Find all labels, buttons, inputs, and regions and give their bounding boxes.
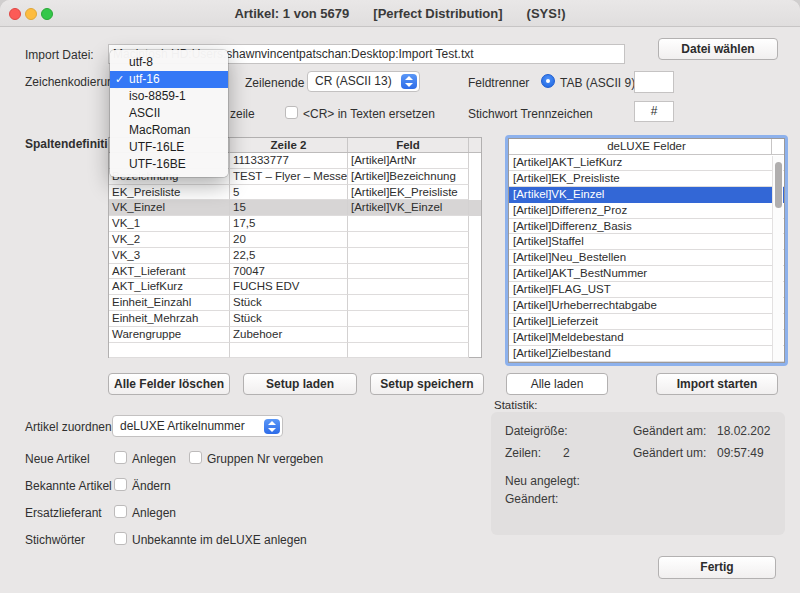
menu-item[interactable]: MacRoman	[110, 122, 228, 139]
cell-zeile1[interactable]: VK_1	[109, 216, 230, 232]
cell-zeile1[interactable]: Warengruppe	[109, 327, 230, 343]
cell-zeile1[interactable]: AKT_LiefKurz	[109, 279, 230, 295]
cell-zeile2[interactable]: Zubehoer	[230, 327, 348, 343]
assign-group-number-label: Gruppen Nr vergeben	[207, 452, 323, 466]
cell-feld[interactable]	[348, 232, 469, 248]
list-item[interactable]: [Artikel]Meldebestand	[509, 330, 784, 346]
keywords-create-unknown-checkbox[interactable]	[114, 532, 127, 545]
cell-zeile1[interactable]: AKT_Lieferant	[109, 264, 230, 280]
cell-feld[interactable]	[348, 295, 469, 311]
cell-zeile1[interactable]	[109, 343, 230, 359]
save-setup-button[interactable]: Setup speichern	[370, 373, 484, 395]
cell-zeile2[interactable]: FUCHS EDV	[230, 279, 348, 295]
list-item[interactable]: [Artikel]Differenz_Proz	[509, 203, 784, 219]
cell-zeile2[interactable]: 111333777	[230, 153, 348, 169]
cell-feld[interactable]	[348, 248, 469, 264]
cell-feld[interactable]: [Artikel]VK_Einzel	[348, 200, 469, 216]
cell-feld[interactable]	[348, 311, 469, 327]
cell-zeile1[interactable]: VK_Einzel	[109, 200, 230, 216]
tab-radio-label: TAB (ASCII 9)	[560, 76, 635, 90]
new-articles-create-checkbox[interactable]	[114, 451, 127, 464]
cr-replace-checkbox[interactable]	[285, 106, 298, 119]
cell-zeile2[interactable]: 70047	[230, 264, 348, 280]
list-item[interactable]: [Artikel]Zielbestand	[509, 346, 784, 362]
changed-time-label: Geändert um:	[633, 446, 706, 460]
list-item[interactable]: [Artikel]AKT_BestNummer	[509, 266, 784, 282]
lines-value: 2	[563, 446, 570, 460]
menu-item[interactable]: UTF-16BE	[110, 156, 228, 173]
known-articles-change-checkbox[interactable]	[114, 478, 127, 491]
cell-zeile1[interactable]: VK_3	[109, 248, 230, 264]
field-separator-input[interactable]	[634, 71, 674, 93]
cell-feld[interactable]	[348, 279, 469, 295]
assign-article-popup[interactable]: deLUXE Artikelnummer	[112, 415, 283, 437]
scrollbar-thumb[interactable]	[775, 162, 782, 208]
list-item[interactable]: [Artikel]FLAG_UST	[509, 282, 784, 298]
table-row[interactable]: VK_322,5	[109, 248, 481, 264]
cell-zeile2[interactable]: Stück	[230, 311, 348, 327]
list-item[interactable]: [Artikel]Neu_Bestellen	[509, 250, 784, 266]
table-row[interactable]: VK_117,5	[109, 216, 481, 232]
list-item[interactable]: [Artikel]EK_Preisliste	[509, 171, 784, 187]
menu-item[interactable]: ASCII	[110, 105, 228, 122]
cell-feld[interactable]: [Artikel]Bezeichnung	[348, 169, 469, 185]
cell-feld[interactable]: [Artikel]EK_Preisliste	[348, 185, 469, 201]
cell-feld[interactable]	[348, 343, 469, 359]
load-setup-button[interactable]: Setup laden	[243, 373, 357, 395]
list-item[interactable]: [Artikel]Lieferzeit	[509, 314, 784, 330]
table-row[interactable]: VK_220	[109, 232, 481, 248]
table-row[interactable]: WarengruppeZubehoer	[109, 327, 481, 343]
table-row[interactable]: AKT_Lieferant70047	[109, 264, 481, 280]
start-import-button[interactable]: Import starten	[656, 373, 778, 395]
table-row[interactable]: Einheit_MehrzahStück	[109, 311, 481, 327]
list-item[interactable]: [Artikel]AKT_LiefKurz	[509, 155, 784, 171]
list-item-selected[interactable]: [Artikel]VK_Einzel	[509, 187, 784, 203]
known-articles-label: Bekannte Artikel	[25, 479, 112, 493]
table-row[interactable]	[109, 343, 481, 359]
window-title: Artikel: 1 von 5679[Perfect Distribution…	[0, 6, 800, 21]
list-item[interactable]: [Artikel]Urheberrechtabgabe	[509, 298, 784, 314]
list-item[interactable]: [Artikel]Staffel	[509, 234, 784, 250]
cell-feld[interactable]	[348, 264, 469, 280]
cell-feld[interactable]	[348, 216, 469, 232]
choose-file-button[interactable]: Datei wählen	[658, 38, 778, 60]
menu-item-selected[interactable]: ✓utf-16	[110, 71, 228, 88]
cell-zeile1[interactable]: EK_Preisliste	[109, 185, 230, 201]
menu-item[interactable]: utf-8	[110, 54, 228, 71]
new-articles-create-label: Anlegen	[132, 452, 176, 466]
tab-radio[interactable]	[541, 74, 555, 88]
table-row[interactable]: AKT_LiefKurzFUCHS EDV	[109, 279, 481, 295]
field-separator-label: Feldtrenner	[468, 76, 529, 90]
list-item[interactable]: [Artikel]Differenz_Basis	[509, 219, 784, 235]
scrollbar[interactable]	[772, 156, 783, 361]
table-row-selected[interactable]: VK_Einzel15[Artikel]VK_Einzel	[109, 200, 481, 216]
cell-zeile1[interactable]: Einheit_Mehrzah	[109, 311, 230, 327]
scroll-gutter	[469, 153, 481, 169]
menu-item[interactable]: iso-8859-1	[110, 88, 228, 105]
cell-zeile2[interactable]: 20	[230, 232, 348, 248]
cell-feld[interactable]	[348, 327, 469, 343]
menu-item[interactable]: UTF-16LE	[110, 139, 228, 156]
keyword-separator-input[interactable]: #	[634, 101, 674, 122]
cell-zeile2[interactable]: TEST – Flyer – Messe	[230, 169, 348, 185]
cell-zeile2[interactable]: 17,5	[230, 216, 348, 232]
cell-zeile2[interactable]: 15	[230, 200, 348, 216]
substitute-supplier-create-checkbox[interactable]	[114, 505, 127, 518]
done-button[interactable]: Fertig	[658, 556, 776, 579]
cell-zeile1[interactable]: VK_2	[109, 232, 230, 248]
cell-feld[interactable]: [Artikel]ArtNr	[348, 153, 469, 169]
clear-all-fields-button[interactable]: Alle Felder löschen	[108, 373, 230, 395]
cell-zeile2[interactable]: 22,5	[230, 248, 348, 264]
table-row[interactable]: Einheit_EinzahlStück	[109, 295, 481, 311]
line-end-popup[interactable]: CR (ASCII 13)	[307, 71, 420, 92]
cell-zeile2[interactable]: Stück	[230, 295, 348, 311]
statistics-label: Statistik:	[494, 399, 537, 411]
assign-group-number-checkbox[interactable]	[189, 451, 202, 464]
cell-zeile2[interactable]: 5	[230, 185, 348, 201]
table-row[interactable]: EK_Preisliste5[Artikel]EK_Preisliste	[109, 185, 481, 201]
cell-zeile2[interactable]	[230, 343, 348, 359]
cell-zeile1[interactable]: Einheit_Einzahl	[109, 295, 230, 311]
load-all-button[interactable]: Alle laden	[506, 373, 608, 395]
scroll-gutter	[469, 327, 481, 343]
titlebar: Artikel: 1 von 5679[Perfect Distribution…	[0, 0, 800, 27]
